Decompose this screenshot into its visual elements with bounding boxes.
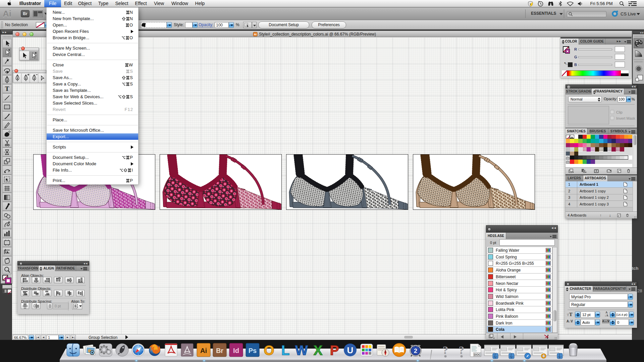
svg-text:P: P bbox=[330, 343, 339, 357]
svg-text:U: U bbox=[347, 345, 354, 355]
svg-text:Ai: Ai bbox=[254, 33, 257, 36]
svg-text:Ai: Ai bbox=[200, 347, 207, 354]
svg-text:O: O bbox=[541, 352, 546, 359]
svg-text:DOC: DOC bbox=[474, 353, 481, 356]
svg-text:O: O bbox=[264, 343, 274, 357]
svg-text:Id: Id bbox=[233, 347, 239, 354]
svg-text:?: ? bbox=[443, 344, 448, 356]
svg-text:W: W bbox=[296, 343, 308, 357]
svg-text:2: 2 bbox=[414, 348, 417, 354]
svg-text:Br: Br bbox=[216, 347, 223, 354]
svg-text:?: ? bbox=[459, 344, 465, 356]
svg-text:!: ! bbox=[530, 3, 531, 6]
svg-text:X: X bbox=[314, 343, 323, 357]
svg-text:L: L bbox=[281, 343, 289, 357]
svg-text:T: T bbox=[5, 85, 9, 92]
svg-text:Ps: Ps bbox=[248, 347, 256, 354]
